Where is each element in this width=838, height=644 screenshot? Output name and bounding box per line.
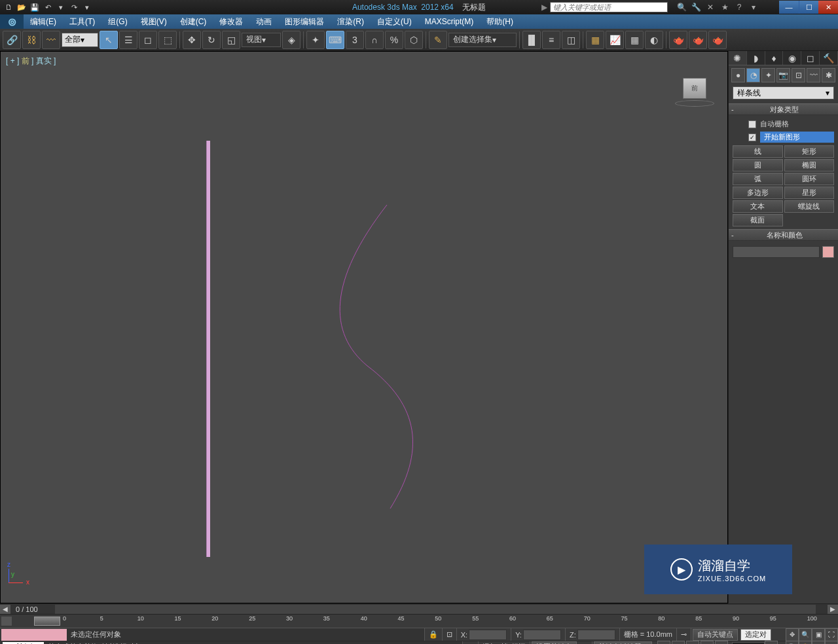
text-button[interactable]: 文本 (733, 200, 783, 213)
modify-panel-tab[interactable]: ◗ (747, 51, 765, 65)
rectangle-button[interactable]: 矩形 (784, 145, 835, 158)
play-button[interactable]: ▶ (686, 641, 699, 645)
helix-button[interactable]: 螺旋线 (784, 200, 835, 213)
goto-start-button[interactable]: ⏮ (657, 641, 670, 645)
keyboard-shortcut-toggle[interactable]: ⌨ (326, 31, 344, 49)
viewcube-face[interactable]: 前 (683, 78, 706, 99)
help-drop-icon[interactable]: ▾ (748, 1, 759, 13)
create-panel-tab[interactable]: ✺ (729, 51, 747, 65)
select-by-name-tool[interactable]: ☰ (119, 31, 137, 49)
timeline-config-button[interactable] (1, 617, 12, 626)
arc-button[interactable]: 弧 (733, 173, 783, 185)
viewport-hscrollbar[interactable] (55, 605, 816, 614)
paint-select-tool[interactable]: ⬚ (158, 31, 177, 49)
redo-drop-icon[interactable]: ▾ (81, 1, 93, 13)
trackbar-key-area[interactable] (1, 629, 67, 641)
ngon-button[interactable]: 多边形 (733, 187, 783, 199)
menu-grapheditors[interactable]: 图形编辑器 (278, 14, 331, 29)
snap-toggle[interactable]: 3 (346, 31, 364, 49)
infocenter-icon[interactable]: 🔍 (676, 1, 687, 13)
object-name-input[interactable] (733, 246, 820, 258)
render-setup-tool[interactable]: 🫖 (669, 31, 687, 49)
star-button[interactable]: 星形 (784, 187, 835, 199)
menu-customize[interactable]: 自定义(U) (371, 14, 418, 29)
ellipse-button[interactable]: 椭圆 (784, 159, 835, 171)
curve-editor-tool[interactable]: 📈 (606, 31, 624, 49)
add-time-tag[interactable]: 添加时间标记 (479, 641, 530, 644)
prev-frame-button[interactable]: ◀ (672, 641, 685, 645)
selected-list[interactable]: 选定对 (740, 629, 771, 641)
app-menu-button[interactable]: ⊚ (0, 14, 24, 29)
rendered-frame-window[interactable]: 🫖 (689, 31, 707, 49)
menu-maxscript[interactable]: MAXScript(M) (418, 14, 481, 29)
goto-end-button[interactable]: ⏭ (715, 641, 728, 645)
shape-category-dropdown[interactable]: 样条线▾ (733, 86, 834, 99)
shapes-subtab[interactable]: ◔ (746, 68, 760, 82)
save-file-icon[interactable]: 💾 (29, 1, 41, 13)
new-file-icon[interactable]: 🗋 (3, 1, 14, 13)
maximize-button[interactable]: ☐ (799, 1, 818, 14)
unlink-tool[interactable]: ⛓ (22, 31, 41, 49)
menu-tools[interactable]: 工具(T) (63, 14, 101, 29)
mirror-tool[interactable]: ▐▌ (522, 31, 541, 49)
help-search-input[interactable] (550, 2, 668, 12)
rectangular-select-tool[interactable]: ◻ (139, 31, 157, 49)
viewcube-compass[interactable] (675, 100, 714, 107)
select-object-tool[interactable]: ↖ (100, 31, 118, 49)
viewport-front[interactable]: [ + ] 前 ] 真实 ] 前 (0, 51, 728, 603)
menu-help[interactable]: 帮助(H) (480, 14, 520, 29)
time-slider[interactable] (34, 617, 60, 626)
nav-maximize-button[interactable]: ⛶ (825, 628, 838, 641)
donut-button[interactable]: 圆环 (784, 173, 835, 185)
menu-views[interactable]: 视图(V) (134, 14, 173, 29)
geometry-subtab[interactable]: ● (731, 68, 745, 82)
viewport-label[interactable]: [ + ] 前 ] 真实 ] (6, 56, 56, 67)
angle-snap-toggle[interactable]: ∩ (365, 31, 384, 49)
rotate-tool[interactable]: ↻ (202, 31, 221, 49)
nav-fov-button[interactable]: ✋ (799, 641, 812, 645)
spinner-snap-toggle[interactable]: ⬡ (405, 31, 423, 49)
link-tool[interactable]: 🔗 (3, 31, 21, 49)
menu-animation[interactable]: 动画 (249, 14, 278, 29)
material-editor-tool[interactable]: ◐ (645, 31, 663, 49)
move-tool[interactable]: ✥ (183, 31, 201, 49)
isolate-icon[interactable]: ⊡ (443, 628, 457, 641)
auto-key-button[interactable]: 自动关键点 (693, 629, 738, 641)
layer-manager[interactable]: ◫ (562, 31, 580, 49)
minimize-button[interactable]: — (779, 1, 799, 14)
section-button[interactable]: 截面 (733, 214, 783, 226)
undo-drop-icon[interactable]: ▾ (55, 1, 67, 13)
set-key-button[interactable]: 设置关键点 (532, 641, 577, 645)
auto-grid-checkbox[interactable]: 自动栅格 (733, 118, 834, 130)
percent-snap-toggle[interactable]: % (385, 31, 403, 49)
align-tool[interactable]: ≡ (542, 31, 560, 49)
next-frame-button[interactable]: ▶ (701, 641, 714, 645)
name-color-rollout-header[interactable]: -名称和颜色 (729, 229, 838, 241)
nav-pan-button[interactable]: ✥ (786, 628, 799, 641)
current-frame-input[interactable] (732, 642, 765, 645)
edit-named-selections[interactable]: ✎ (429, 31, 447, 49)
manipulate-tool[interactable]: ✦ (306, 31, 325, 49)
lock-selection-icon[interactable]: 🔒 (425, 628, 443, 641)
scene-object-spline[interactable] (321, 202, 439, 516)
nav-orbit-button[interactable]: ⟲ (812, 641, 825, 645)
reference-coord-dropdown[interactable]: 视图 ▾ (242, 33, 281, 47)
line-button[interactable]: 线 (733, 145, 783, 158)
cameras-subtab[interactable]: 📷 (776, 68, 790, 82)
menu-modifiers[interactable]: 修改器 (213, 14, 249, 29)
redo-icon[interactable]: ↷ (68, 1, 80, 13)
time-config-button[interactable]: ⏱ (765, 641, 778, 645)
scene-object-box[interactable] (206, 141, 210, 557)
lights-subtab[interactable]: ✦ (761, 68, 775, 82)
nav-region-button[interactable]: ▣ (812, 628, 825, 641)
display-panel-tab[interactable]: ◻ (801, 51, 820, 65)
menu-edit[interactable]: 编辑(E) (24, 14, 63, 29)
viewcube[interactable]: 前 (675, 78, 714, 111)
graphite-modeling-tool[interactable]: ▦ (586, 31, 604, 49)
nav-zoom-button[interactable]: 🔍 (799, 628, 812, 641)
favorites-icon[interactable]: ★ (719, 1, 731, 13)
nav-max-button[interactable]: ⛶ (825, 641, 838, 645)
helpers-subtab[interactable]: ⊡ (792, 68, 805, 82)
open-file-icon[interactable]: 📂 (16, 1, 27, 13)
motion-panel-tab[interactable]: ◉ (783, 51, 801, 65)
